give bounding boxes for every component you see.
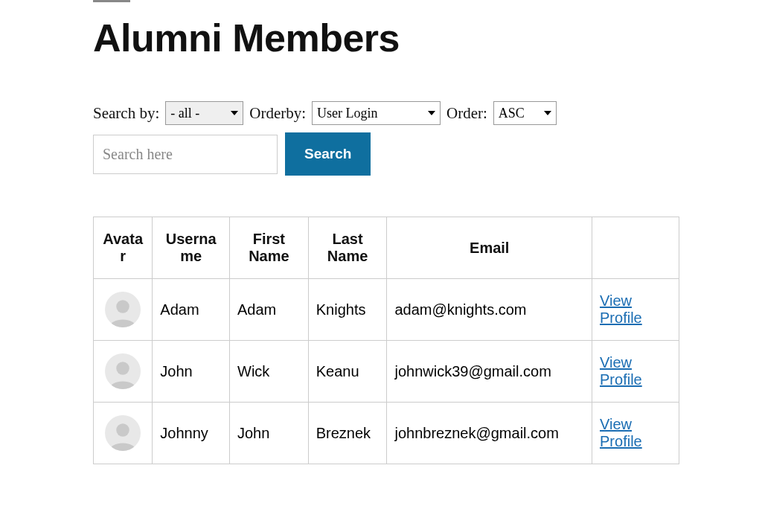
cell-username: John — [153, 341, 230, 403]
person-icon — [107, 358, 138, 389]
order-select[interactable]: ASC — [493, 101, 557, 125]
view-profile-link[interactable]: View Profile — [600, 354, 642, 388]
search-by-label: Search by: — [93, 104, 159, 123]
avatar — [105, 415, 141, 451]
view-profile-link[interactable]: View Profile — [600, 292, 642, 326]
title-rule — [93, 0, 130, 2]
page-title: Alumni Members — [93, 16, 679, 60]
cell-action: View Profile — [592, 341, 679, 403]
cell-action: View Profile — [592, 279, 679, 341]
cell-username: Adam — [153, 279, 230, 341]
cell-firstname: John — [230, 403, 309, 464]
person-icon — [107, 420, 138, 451]
svg-point-1 — [116, 362, 129, 375]
search-row: Search — [93, 132, 679, 176]
cell-avatar — [94, 279, 153, 341]
orderby-label: Orderby: — [249, 104, 306, 123]
person-icon — [107, 296, 138, 327]
view-profile-link[interactable]: View Profile — [600, 416, 642, 449]
table-header-row: Avatar Username First Name Last Name Ema… — [94, 217, 679, 279]
avatar — [105, 353, 141, 389]
svg-point-2 — [116, 423, 129, 437]
cell-email: johnwick39@gmail.com — [387, 341, 592, 403]
filter-row: Search by: - all - Orderby: User Login O… — [93, 101, 679, 125]
header-avatar: Avatar — [94, 217, 153, 279]
search-input[interactable] — [93, 135, 278, 174]
cell-email: adam@knights.com — [387, 279, 592, 341]
search-button[interactable]: Search — [285, 132, 371, 176]
cell-firstname: Wick — [230, 341, 309, 403]
search-by-select[interactable]: - all - — [165, 101, 243, 125]
header-email: Email — [387, 217, 592, 279]
cell-firstname: Adam — [230, 279, 309, 341]
members-table: Avatar Username First Name Last Name Ema… — [93, 217, 679, 464]
table-row: Johnny John Breznek johnbreznek@gmail.co… — [94, 403, 679, 464]
cell-lastname: Knights — [308, 279, 387, 341]
header-username: Username — [153, 217, 230, 279]
cell-username: Johnny — [153, 403, 230, 464]
cell-lastname: Breznek — [308, 403, 387, 464]
svg-point-0 — [116, 300, 129, 313]
table-row: Adam Adam Knights adam@knights.com View … — [94, 279, 679, 341]
header-firstname: First Name — [230, 217, 309, 279]
order-label: Order: — [446, 104, 487, 123]
cell-action: View Profile — [592, 403, 679, 464]
cell-avatar — [94, 341, 153, 403]
orderby-select[interactable]: User Login — [312, 101, 441, 125]
header-lastname: Last Name — [308, 217, 387, 279]
cell-email: johnbreznek@gmail.com — [387, 403, 592, 464]
header-action — [592, 217, 679, 279]
table-row: John Wick Keanu johnwick39@gmail.com Vie… — [94, 341, 679, 403]
cell-avatar — [94, 403, 153, 464]
avatar — [105, 292, 141, 327]
cell-lastname: Keanu — [308, 341, 387, 403]
